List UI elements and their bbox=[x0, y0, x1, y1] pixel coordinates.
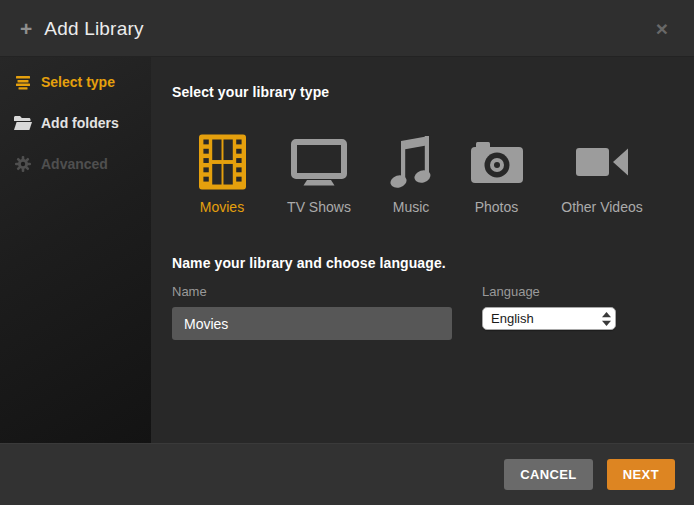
plus-icon: + bbox=[20, 18, 32, 39]
video-camera-icon bbox=[576, 132, 628, 192]
library-type-label: Movies bbox=[200, 199, 244, 215]
library-type-movies[interactable]: Movies bbox=[192, 132, 252, 215]
sidebar-item-label: Advanced bbox=[41, 156, 108, 172]
dialog-title: Add Library bbox=[44, 18, 143, 40]
wizard-steps-sidebar: Select type Add folders bbox=[0, 57, 151, 443]
dialog-main-panel: Select your library type bbox=[151, 57, 694, 443]
library-type-other-videos[interactable]: Other Videos bbox=[557, 132, 647, 215]
list-type-icon bbox=[14, 74, 32, 90]
language-field-group: Language English bbox=[482, 284, 622, 340]
sidebar-item-advanced[interactable]: Advanced bbox=[0, 143, 151, 184]
language-field-label: Language bbox=[482, 284, 622, 299]
name-field-label: Name bbox=[172, 284, 452, 299]
library-type-label: TV Shows bbox=[287, 199, 351, 215]
tv-icon bbox=[291, 132, 347, 192]
camera-icon bbox=[471, 132, 523, 192]
language-selected-value: English bbox=[491, 311, 602, 326]
sidebar-item-label: Select type bbox=[41, 74, 115, 90]
close-icon[interactable]: × bbox=[650, 14, 674, 43]
folder-icon bbox=[14, 116, 32, 130]
music-note-icon bbox=[389, 132, 433, 192]
library-type-label: Music bbox=[393, 199, 430, 215]
sidebar-item-select-type[interactable]: Select type bbox=[0, 61, 151, 102]
dialog-header: + Add Library × bbox=[0, 0, 694, 57]
language-select[interactable]: English bbox=[482, 307, 616, 330]
library-name-input[interactable] bbox=[172, 307, 452, 340]
library-type-photos[interactable]: Photos bbox=[469, 132, 524, 215]
name-language-fields: Name Language English bbox=[172, 284, 694, 340]
library-type-label: Other Videos bbox=[561, 199, 642, 215]
name-field-group: Name bbox=[172, 284, 452, 340]
dialog-body: Select type Add folders bbox=[0, 57, 694, 443]
select-stepper-icon bbox=[602, 312, 611, 326]
library-type-label: Photos bbox=[475, 199, 519, 215]
library-type-tv-shows[interactable]: TV Shows bbox=[285, 132, 353, 215]
name-section-title: Name your library and choose language. bbox=[172, 255, 694, 271]
cancel-button[interactable]: CANCEL bbox=[504, 459, 593, 490]
gear-icon bbox=[14, 156, 32, 172]
next-button[interactable]: NEXT bbox=[607, 459, 675, 490]
film-strip-icon bbox=[199, 132, 246, 192]
type-section-title: Select your library type bbox=[172, 84, 694, 100]
dialog-footer: CANCEL NEXT bbox=[0, 443, 694, 505]
sidebar-item-label: Add folders bbox=[41, 115, 119, 131]
library-type-row: Movies TV Shows bbox=[172, 132, 694, 215]
add-library-dialog: + Add Library × Select type bbox=[0, 0, 694, 505]
library-type-music[interactable]: Music bbox=[386, 132, 436, 215]
sidebar-item-add-folders[interactable]: Add folders bbox=[0, 102, 151, 143]
